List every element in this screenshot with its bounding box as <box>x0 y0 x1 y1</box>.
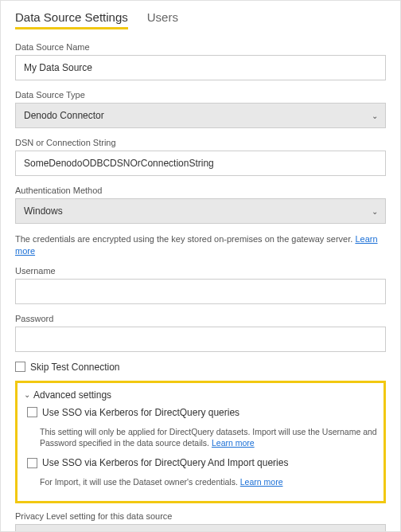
sso-import-desc-text: For Import, it will use the Dataset owne… <box>40 477 240 487</box>
dsn-input[interactable] <box>15 151 386 176</box>
password-input[interactable] <box>15 327 386 352</box>
advanced-settings-toggle[interactable]: ⌄ Advanced settings <box>24 389 377 401</box>
credentials-helper-text: The credentials are encrypted using the … <box>15 234 355 244</box>
sso-directquery-label: Use SSO via Kerberos for DirectQuery que… <box>42 407 239 418</box>
sso-directquery-desc-text: This setting will only be applied for Di… <box>40 427 377 448</box>
username-input[interactable] <box>15 279 386 304</box>
data-source-name-input[interactable] <box>15 55 386 80</box>
sso-import-desc: For Import, it will use the Dataset owne… <box>40 476 377 488</box>
sso-directquery-checkbox[interactable] <box>27 407 37 417</box>
skip-test-checkbox[interactable] <box>15 362 25 372</box>
privacy-level-label: Privacy Level setting for this data sour… <box>15 511 386 521</box>
sso-import-checkbox[interactable] <box>27 458 37 468</box>
auth-method-select[interactable] <box>15 198 386 224</box>
learn-more-link[interactable]: Learn more <box>240 477 283 487</box>
tab-data-source-settings[interactable]: Data Source Settings <box>15 10 128 29</box>
learn-more-link[interactable]: Learn more <box>212 438 255 448</box>
tab-users[interactable]: Users <box>147 10 178 29</box>
dsn-label: DSN or Connection String <box>15 138 386 147</box>
auth-method-label: Authentication Method <box>15 186 386 195</box>
sso-directquery-desc: This setting will only be applied for Di… <box>40 426 377 449</box>
sso-directquery-row: Use SSO via Kerberos for DirectQuery que… <box>27 407 377 418</box>
skip-test-row: Skip Test Connection <box>15 362 386 373</box>
auth-method-select-wrap: ⌄ <box>15 198 386 224</box>
skip-test-label: Skip Test Connection <box>30 362 120 373</box>
data-source-name-label: Data Source Name <box>15 42 386 52</box>
advanced-settings-panel: ⌄ Advanced settings Use SSO via Kerberos… <box>15 381 386 503</box>
privacy-level-select[interactable] <box>15 524 386 532</box>
sso-import-row: Use SSO via Kerberos for DirectQuery And… <box>27 457 377 468</box>
tabs: Data Source Settings Users <box>15 10 386 29</box>
data-source-type-label: Data Source Type <box>15 90 386 100</box>
credentials-helper: The credentials are encrypted using the … <box>15 233 386 258</box>
advanced-settings-label: Advanced settings <box>33 389 111 401</box>
data-source-type-select[interactable] <box>15 103 386 128</box>
privacy-level-select-wrap: ⌄ <box>15 524 386 532</box>
password-label: Password <box>15 314 386 323</box>
chevron-down-icon: ⌄ <box>24 390 30 399</box>
username-label: Username <box>15 266 386 276</box>
data-source-type-select-wrap: ⌄ <box>15 103 386 128</box>
sso-import-label: Use SSO via Kerberos for DirectQuery And… <box>42 457 288 468</box>
